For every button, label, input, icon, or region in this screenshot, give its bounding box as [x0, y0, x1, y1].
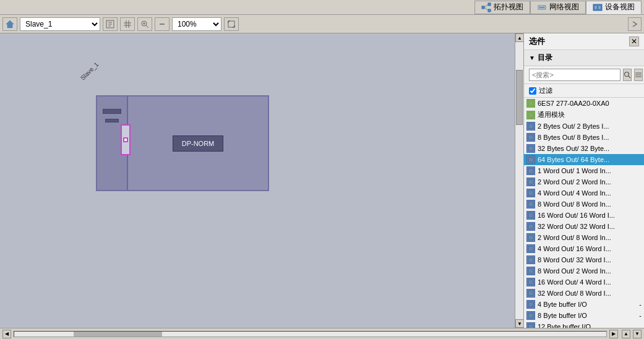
catalog-item-item-15[interactable]: 8 Word Out/ 2 Word In...	[524, 265, 644, 277]
catalog-item-item-5[interactable]: 64 Bytes Out/ 64 Byte...	[524, 154, 644, 165]
v-scroll-bottom-down-btn[interactable]: ▼	[633, 330, 642, 338]
catalog-item-item-6[interactable]: 1 Word Out/ 1 Word In...	[524, 165, 644, 176]
search-input[interactable]	[529, 69, 620, 81]
catalog-item-item-1[interactable]: 通用模块	[524, 109, 644, 121]
options-icon	[635, 71, 642, 79]
svg-rect-53	[528, 291, 533, 296]
catalog-item-item-13[interactable]: 4 Word Out/ 16 Word I...	[524, 243, 644, 254]
toolbar-props-btn[interactable]	[103, 17, 118, 31]
panel-title: 选件	[529, 36, 545, 47]
toolbar-grid-btn[interactable]	[120, 17, 135, 31]
search-btn-2[interactable]	[634, 69, 643, 81]
catalog-item-text-item-4: 32 Bytes Out/ 32 Byte...	[538, 145, 642, 152]
bottom-scrollbar: ◀ ▶ ▲ ▼	[0, 328, 644, 339]
svg-rect-37	[528, 113, 533, 118]
catalog-item-item-16[interactable]: 16 Word Out/ 4 Word I...	[524, 277, 644, 288]
canvas-v-scrollbar[interactable]: ▲ ▼	[515, 33, 523, 328]
toolbar-zoom-in-btn[interactable]	[137, 17, 152, 31]
catalog-item-item-10[interactable]: 16 Word Out/ 16 Word I...	[524, 210, 644, 221]
h-scroll-left-btn[interactable]: ◀	[2, 330, 11, 338]
h-scroll-right-btn[interactable]: ▶	[609, 330, 618, 338]
catalog-item-text-item-16: 16 Word Out/ 4 Word I...	[538, 278, 642, 286]
filter-checkbox[interactable]	[529, 87, 536, 95]
catalog-item-item-9[interactable]: 8 Word Out/ 8 Word In...	[524, 199, 644, 210]
catalog-tree: 6ES7 277-0AA20-0XA0通用模块2 Bytes Out/ 2 By…	[524, 98, 644, 328]
catalog-section: ▼ 目录	[524, 50, 644, 328]
svg-rect-43	[528, 179, 533, 184]
h-scroll-thumb[interactable]	[74, 332, 163, 337]
tab-device-label: 设备视图	[605, 2, 635, 12]
device-main: DP-NORM	[128, 97, 268, 190]
catalog-item-dash-item-18: -	[639, 301, 642, 308]
catalog-item-item-3[interactable]: 8 Bytes Out/ 8 Bytes I...	[524, 132, 644, 143]
canvas-area[interactable]: Slave_1 DP-NORM ▲ ▼	[0, 33, 523, 328]
catalog-title: 目录	[538, 53, 552, 63]
catalog-item-item-8[interactable]: 4 Word Out/ 4 Word In...	[524, 187, 644, 199]
catalog-item-item-7[interactable]: 2 Word Out/ 2 Word In...	[524, 176, 644, 187]
catalog-item-icon-item-16	[526, 278, 535, 286]
svg-rect-52	[528, 280, 533, 285]
grid-icon	[123, 20, 132, 28]
catalog-item-item-0[interactable]: 6ES7 277-0AA20-0XA0	[524, 98, 644, 109]
catalog-item-item-14[interactable]: 8 Word Out/ 32 Word I...	[524, 254, 644, 265]
right-panel: 选件 ✕ ▼ 目录	[523, 33, 644, 328]
v-scroll-thumb[interactable]	[516, 70, 523, 126]
filter-row: 过滤	[524, 84, 644, 98]
catalog-item-item-18[interactable]: 4 Byte buffer I/O -	[524, 299, 644, 310]
catalog-item-item-2[interactable]: 2 Bytes Out/ 2 Bytes I...	[524, 121, 644, 132]
svg-rect-49	[528, 246, 533, 251]
catalog-item-icon-item-5	[526, 155, 535, 164]
zoom-icon	[140, 20, 149, 28]
svg-rect-54	[528, 302, 533, 307]
h-scroll-track[interactable]	[14, 331, 607, 337]
tab-topology[interactable]: 拓扑视图	[474, 1, 530, 14]
zoom-selector[interactable]: 100%	[172, 17, 221, 31]
catalog-item-item-20[interactable]: 12 Byte buffer I/O	[524, 321, 644, 328]
catalog-item-text-item-14: 8 Word Out/ 32 Word I...	[538, 256, 642, 264]
device-selector[interactable]: Slave_1	[20, 17, 100, 31]
catalog-item-icon-item-11	[526, 222, 535, 231]
panel-collapse-btn[interactable]	[628, 17, 642, 31]
device-left-panel	[97, 97, 128, 190]
svg-rect-45	[528, 202, 533, 207]
catalog-item-text-item-7: 2 Word Out/ 2 Word In...	[538, 178, 642, 186]
tab-network[interactable]: 网络视图	[530, 1, 586, 14]
toolbar: Slave_1 100%	[0, 15, 644, 33]
top-tabs-bar: 拓扑视图 网络视图 设备视图	[0, 0, 644, 15]
v-scroll-down-btn[interactable]: ▼	[515, 319, 523, 328]
catalog-item-icon-item-17	[526, 289, 535, 298]
catalog-item-dash-item-19: -	[639, 312, 642, 319]
catalog-item-text-item-1: 通用模块	[538, 110, 642, 119]
connector-dot-1	[123, 137, 128, 142]
catalog-item-icon-item-0	[526, 99, 535, 108]
svg-rect-50	[528, 257, 533, 262]
catalog-item-item-19[interactable]: 8 Byte buffer I/O -	[524, 310, 644, 321]
svg-rect-10	[595, 6, 597, 9]
catalog-item-icon-item-6	[526, 166, 535, 175]
v-scroll-track[interactable]	[515, 42, 523, 319]
tab-device[interactable]: 设备视图	[586, 1, 642, 14]
catalog-item-item-17[interactable]: 32 Word Out/ 8 Word I...	[524, 288, 644, 299]
v-scroll-up-btn[interactable]: ▲	[515, 33, 523, 42]
toolbar-zoom-out-btn[interactable]	[155, 17, 170, 31]
catalog-item-item-4[interactable]: 32 Bytes Out/ 32 Byte...	[524, 143, 644, 154]
toolbar-home-btn[interactable]	[2, 17, 17, 31]
catalog-item-icon-item-20	[526, 322, 535, 328]
catalog-item-text-item-17: 32 Word Out/ 8 Word I...	[538, 290, 642, 297]
network-icon	[537, 2, 547, 12]
v-scroll-bottom-btn[interactable]: ▲	[622, 330, 630, 338]
catalog-item-item-11[interactable]: 32 Word Out/ 32 Word I...	[524, 221, 644, 232]
catalog-item-icon-item-2	[526, 122, 535, 131]
catalog-item-text-item-15: 8 Word Out/ 2 Word In...	[538, 267, 642, 275]
main-content: Slave_1 DP-NORM ▲ ▼	[0, 33, 644, 328]
collapse-icon	[631, 20, 638, 28]
catalog-item-text-item-0: 6ES7 277-0AA20-0XA0	[538, 100, 642, 107]
catalog-item-icon-item-19	[526, 311, 535, 320]
catalog-item-item-12[interactable]: 2 Word Out/ 8 Word In...	[524, 232, 644, 243]
panel-close-btn[interactable]: ✕	[629, 36, 639, 46]
toolbar-fit-btn[interactable]	[224, 17, 239, 31]
svg-rect-2	[488, 9, 491, 12]
svg-point-6	[539, 6, 541, 8]
catalog-item-text-item-5: 64 Bytes Out/ 64 Byte...	[538, 156, 642, 163]
search-btn-1[interactable]	[623, 69, 632, 81]
